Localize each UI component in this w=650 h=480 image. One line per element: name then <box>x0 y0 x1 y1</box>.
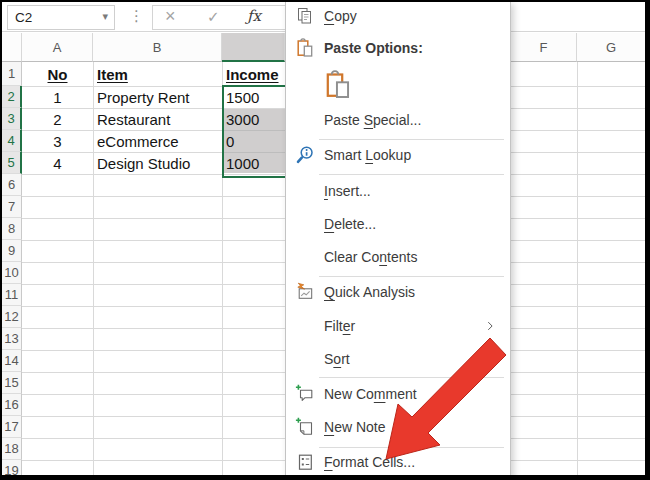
menu-item-delete[interactable]: Delete... <box>287 208 509 240</box>
cell-B2[interactable]: Property Rent <box>93 86 222 108</box>
select-all-corner[interactable] <box>2 33 22 62</box>
gridline-v <box>577 62 578 476</box>
menu-item-label: New Comment <box>324 386 417 402</box>
cell-B4[interactable]: eCommerce <box>93 130 222 152</box>
column-header-c-selected[interactable] <box>222 33 285 62</box>
menu-item-label: Delete... <box>324 216 376 232</box>
menu-item-label: Format Cells... <box>324 454 415 470</box>
cell-A5[interactable]: 4 <box>22 152 93 174</box>
quick-analysis-icon <box>295 282 315 302</box>
row-header-18[interactable]: 18 <box>2 438 22 460</box>
frame-top <box>0 0 650 2</box>
new-comment-icon <box>295 384 315 404</box>
insert-function-icon[interactable]: ƒx <box>247 7 261 25</box>
row-header-14[interactable]: 14 <box>2 350 22 372</box>
menu-item-label: Smart Lookup <box>324 147 411 163</box>
format-cells-icon <box>295 452 315 472</box>
menu-item-label: Paste Options: <box>324 40 423 56</box>
menu-item-paste-options[interactable]: Paste Options: <box>287 32 509 64</box>
menu-item-paste-special[interactable]: Paste Special... <box>287 104 509 136</box>
submenu-chevron-icon <box>483 352 497 366</box>
menu-item-label: Copy <box>324 8 357 24</box>
row-header-8[interactable]: 8 <box>2 218 22 240</box>
frame-bottom <box>0 475 650 480</box>
row-header-10[interactable]: 10 <box>2 262 22 284</box>
menu-item-format-cells[interactable]: Format Cells... <box>287 446 509 478</box>
copy-icon <box>295 6 315 26</box>
cell-C5[interactable]: 1000 <box>222 152 290 174</box>
cell-C1[interactable]: Income <box>222 62 290 86</box>
row-header-6[interactable]: 6 <box>2 174 22 196</box>
column-header-f[interactable]: F <box>511 33 577 62</box>
enter-icon[interactable]: ✓ <box>207 8 220 26</box>
row-header-17[interactable]: 17 <box>2 416 22 438</box>
cell-C3[interactable]: 3000 <box>222 108 290 130</box>
row-header-16[interactable]: 16 <box>2 394 22 416</box>
menu-item-quick-analysis[interactable]: Quick Analysis <box>287 276 509 308</box>
cell-C2[interactable]: 1500 <box>222 86 290 108</box>
menu-item-copy[interactable]: Copy <box>287 0 509 32</box>
new-note-icon <box>295 417 315 437</box>
toolbar-dots-icon: ⋮ <box>129 7 144 25</box>
name-box-dropdown-icon[interactable]: ▾ <box>102 10 108 23</box>
row-header-13[interactable]: 13 <box>2 328 22 350</box>
menu-item-label: Filter <box>324 318 355 334</box>
cell-B1[interactable]: Item <box>93 62 222 86</box>
menu-item-insert[interactable]: Insert... <box>287 175 509 207</box>
menu-item-new-comment[interactable]: New Comment <box>287 378 509 410</box>
cell-B5[interactable]: Design Studio <box>93 152 222 174</box>
cancel-icon[interactable]: × <box>165 6 176 27</box>
column-header-a[interactable]: A <box>22 33 93 62</box>
menu-item-label: Clear Contents <box>324 249 417 265</box>
name-box-value: C2 <box>15 10 32 25</box>
menu-item-label: Insert... <box>324 183 371 199</box>
clipboard-icon <box>295 38 315 58</box>
cell-A4[interactable]: 3 <box>22 130 93 152</box>
menu-item-new-note[interactable]: New Note <box>287 411 509 443</box>
cell-A2[interactable]: 1 <box>22 86 93 108</box>
row-header-1[interactable]: 1 <box>2 62 22 86</box>
menu-item-label: Sort <box>324 351 350 367</box>
column-header-b[interactable]: B <box>93 33 222 62</box>
formula-bar-extension <box>511 2 646 31</box>
row-header-9[interactable]: 9 <box>2 240 22 262</box>
paste-option-button[interactable] <box>323 68 353 102</box>
menu-item-smart-lookup[interactable]: Smart Lookup <box>287 139 509 171</box>
row-header-11[interactable]: 11 <box>2 284 22 306</box>
cell-A1[interactable]: No <box>22 62 93 86</box>
row-header-12[interactable]: 12 <box>2 306 22 328</box>
row-header-7[interactable]: 7 <box>2 196 22 218</box>
menu-item-filter[interactable]: Filter <box>287 310 509 342</box>
name-box[interactable]: C2 ▾ <box>7 5 115 30</box>
frame-right <box>645 0 650 480</box>
row-header-15[interactable]: 15 <box>2 372 22 394</box>
menu-item-label: Quick Analysis <box>324 284 415 300</box>
row-header-5[interactable]: 5 <box>2 152 22 174</box>
menu-item-sort[interactable]: Sort <box>287 343 509 375</box>
frame-left <box>0 0 2 480</box>
excel-screenshot: C2 ▾ ⋮ × ✓ ƒx A B F G 123456789101112131… <box>0 0 650 480</box>
context-menu: CopyPaste Options:Paste Special...Smart … <box>285 0 511 476</box>
formula-bar[interactable]: × ✓ ƒx <box>152 5 288 30</box>
menu-item-clear-contents[interactable]: Clear Contents <box>287 241 509 273</box>
smart-lookup-icon <box>295 145 315 165</box>
cell-B3[interactable]: Restaurant <box>93 108 222 130</box>
row-header-3[interactable]: 3 <box>2 108 22 130</box>
row-header-4[interactable]: 4 <box>2 130 22 152</box>
cell-A3[interactable]: 2 <box>22 108 93 130</box>
paste-clipboard-icon <box>323 68 353 102</box>
menu-item-label: Paste Special... <box>324 112 421 128</box>
cell-C4[interactable]: 0 <box>222 130 290 152</box>
menu-item-label: New Note <box>324 419 385 435</box>
column-header-g[interactable]: G <box>577 33 646 62</box>
submenu-chevron-icon <box>483 319 497 333</box>
row-header-2[interactable]: 2 <box>2 86 22 108</box>
